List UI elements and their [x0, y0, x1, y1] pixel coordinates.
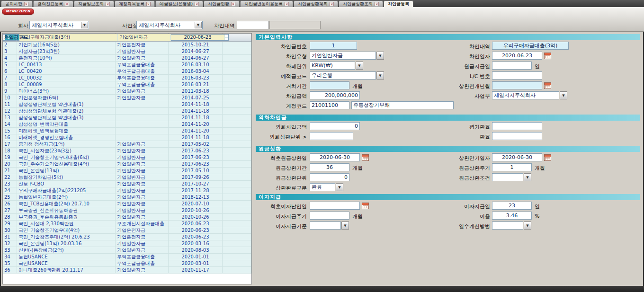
- tab-9[interactable]: 차입금상환조회✕: [339, 0, 383, 7]
- table-row[interactable]: 10기업운영자금(6억)기업일반자금2014-07-25: [3, 95, 251, 101]
- interest-basis-combo[interactable]: [310, 221, 341, 230]
- lc-number-input[interactable]: [492, 71, 542, 80]
- account-name-input[interactable]: 유동성장기부채: [351, 101, 454, 109]
- dropdown-button[interactable]: ▼: [356, 62, 363, 70]
- table-row[interactable]: 21국민_온렌딩(13억)기업일반자금2017-05-10: [3, 168, 251, 174]
- tab-3[interactable]: 자금일보조회✕: [74, 0, 114, 7]
- grace-period-input[interactable]: [310, 81, 349, 89]
- dropdown-button[interactable]: ▼: [560, 91, 567, 99]
- interest-pay-day-input[interactable]: 23: [492, 202, 532, 210]
- exchange-rate-input[interactable]: [492, 132, 542, 140]
- loan-desc-filter-input[interactable]: [237, 21, 269, 29]
- first-principal-date-input[interactable]: 2020-06-30: [310, 153, 360, 161]
- table-row[interactable]: 6LC_00420무역포괄금융대출2016-03-04: [3, 68, 251, 75]
- table-row[interactable]: 16미래에셋_경영인보험대출2014-11-18: [3, 134, 251, 141]
- principal-condition-combo[interactable]: [492, 173, 523, 181]
- division-combo[interactable]: 제일저지주식회사: [492, 91, 559, 99]
- table-row[interactable]: 35국민USANCE무역포괄금융대출2020-03-01: [3, 260, 251, 267]
- calendar-icon[interactable]: [362, 203, 369, 209]
- table-row[interactable]: 7LC_00032무역포괄금융대출2016-03-23: [3, 75, 251, 81]
- currency-combo[interactable]: KRW(₩): [310, 62, 355, 70]
- tab-8[interactable]: 차입금상환계획✕: [294, 0, 338, 7]
- table-row[interactable]: 3시설자금(23억3천)기업일반자금2014-06-27: [3, 48, 251, 55]
- table-row[interactable]: 1우리구매자금대출(3억)기업일반자금2020-06-23: [3, 34, 229, 41]
- table-row[interactable]: 20국민_우수기술기업신용대출(4억)기업일반자금2017-06-23: [3, 161, 251, 168]
- day-calc-combo[interactable]: [492, 221, 523, 230]
- column-header-code[interactable]: 차입금코드: [3, 34, 17, 41]
- dropdown-button[interactable]: ▼: [376, 52, 384, 60]
- table-row[interactable]: 13삼성생명단체보험 약관대출(3)2014-11-18: [3, 115, 251, 121]
- tab-close-icon[interactable]: ✕: [375, 2, 379, 6]
- table-row[interactable]: 9마이너스(3억)기업일반자금2011-03-18: [3, 88, 251, 95]
- table-row[interactable]: 34농협USANCE무역포괄금융대출2020-01-01: [3, 254, 251, 260]
- table-row[interactable]: 27부국증권_선순위유동화증권기업일반자금2020-10-26: [3, 207, 251, 214]
- company-select[interactable]: 제일저지주식회사 ▼: [29, 21, 89, 29]
- fc-amount-input[interactable]: 0: [310, 122, 360, 130]
- loan-desc-input[interactable]: 우리구매자금대출(3억): [492, 42, 569, 50]
- tab-6[interactable]: 차입금현황✕: [204, 0, 240, 7]
- tab-close-icon[interactable]: ✕: [330, 2, 334, 6]
- first-interest-date-input[interactable]: [310, 202, 360, 210]
- menu-open-button[interactable]: MENU OPEN: [2, 9, 34, 15]
- loan-number-input[interactable]: 1: [310, 42, 357, 50]
- account-code-input[interactable]: 21001100: [310, 101, 349, 109]
- tab-7[interactable]: 차입금변동이율등록✕: [240, 0, 293, 7]
- tab-close-icon[interactable]: ✕: [24, 2, 28, 6]
- table-row[interactable]: 17중기청 정책자금(1억)기업일반자금2017-05-02: [3, 141, 251, 148]
- maturity-date-input[interactable]: 2020-06-30: [492, 153, 542, 161]
- principal-cycle-input[interactable]: 1: [492, 163, 532, 171]
- table-row[interactable]: 22농협장기차입금(5억)기업일반자금2017-09-26: [3, 174, 251, 181]
- table-row[interactable]: 31국민_기술창조우대(2억) 20.6.23기업운전자금2020-06-23: [3, 234, 251, 240]
- table-row[interactable]: 8LC_00089무역포괄금융대출2016-03-21: [3, 81, 251, 88]
- principal-unit-input[interactable]: 0: [310, 173, 349, 181]
- table-row[interactable]: 25농협일반자금대출(2억)기업일반자금2018-12-13: [3, 194, 251, 201]
- table-row[interactable]: 2기업기보(16억5천)기업운전자금2015-10-21: [3, 42, 251, 48]
- repay-adv-month-input[interactable]: [492, 81, 542, 89]
- calendar-icon[interactable]: [544, 82, 551, 89]
- calendar-icon[interactable]: [362, 154, 369, 161]
- tab-10[interactable]: 차입금등록: [384, 0, 413, 7]
- chevron-down-icon[interactable]: ▼: [81, 22, 88, 28]
- table-row[interactable]: 14삼성생명_변액약관대출2014-11-20: [3, 121, 251, 128]
- table-row[interactable]: 32국민_온렌딩(13억) 20.03.16기업일반자금2020-03-16: [3, 240, 251, 247]
- table-row[interactable]: 33신한(-)통장예금(2억)기업일반자금2020-08-03: [3, 247, 251, 254]
- interest-rate-input[interactable]: 3.46: [492, 212, 532, 220]
- table-row[interactable]: 4운전자금(10억)기업일반자금2014-06-27: [3, 55, 251, 62]
- table-row[interactable]: 28부국증권_후순위유동화증권기업일반자금2020-10-26: [3, 214, 251, 221]
- table-row[interactable]: 18국민_시설자금(23억3천)기업일반자금2017-06-23: [3, 148, 251, 154]
- dropdown-button[interactable]: ▼: [336, 183, 343, 191]
- chevron-down-icon[interactable]: ▼: [195, 22, 202, 28]
- dropdown-button[interactable]: ▼: [341, 221, 349, 230]
- table-row[interactable]: 5LC_00413무역포괄금융대출2016-03-10: [3, 62, 251, 68]
- eval-rate-input[interactable]: [492, 122, 542, 130]
- principal-pay-day-input[interactable]: [492, 62, 532, 70]
- tab-close-icon[interactable]: ✕: [285, 2, 289, 6]
- tab-close-icon[interactable]: ✕: [65, 2, 69, 6]
- repay-complete-combo[interactable]: 완료: [310, 183, 335, 191]
- table-row[interactable]: 29국민_시설대 2,330백만원구조개선시설자금대출2020-06-23: [3, 221, 251, 227]
- calendar-icon[interactable]: [544, 53, 551, 59]
- dropdown-button[interactable]: ▼: [376, 71, 384, 80]
- tab-5[interactable]: 예금일보(은행별)✕: [155, 0, 203, 7]
- table-row[interactable]: 19국민_기술창조기업우대대출(6억)기업일반자금2017-06-23: [3, 154, 251, 161]
- tab-4[interactable]: 계정과목등록✕: [115, 0, 155, 7]
- site-select[interactable]: 제일저지주식회사 ▼: [136, 21, 203, 29]
- fc-unit-input[interactable]: [310, 132, 353, 140]
- dropdown-button[interactable]: ▼: [524, 173, 531, 181]
- principal-period-input[interactable]: 36: [310, 163, 349, 171]
- table-row[interactable]: 11삼성생명단체보험 약관대출(1)2014-11-18: [3, 101, 251, 108]
- table-row[interactable]: 26국민_TCB신용대출(2억) 20.7.10기업일반자금2020-07-10: [3, 201, 251, 207]
- tab-close-icon[interactable]: ✕: [146, 2, 151, 6]
- dropdown-button[interactable]: ▼: [524, 221, 531, 230]
- loan-type-combo[interactable]: 기업일반자금: [310, 52, 376, 60]
- calendar-icon[interactable]: [544, 154, 551, 161]
- table-row[interactable]: 36하나대출260백만원 20.11.17기업일반자금2020-11-17: [3, 267, 251, 274]
- loan-amount-input[interactable]: 200,000,000: [310, 91, 360, 99]
- tab-close-icon[interactable]: ✕: [231, 2, 235, 6]
- interest-cycle-input[interactable]: [310, 212, 349, 220]
- table-row[interactable]: 30국민_기술창조기업우대(4억)기업운전자금2020-06-23: [3, 227, 251, 234]
- table-row[interactable]: 24우리구매자금대출(2억)221205기업일반자금2017-11-28: [3, 187, 251, 194]
- tab-2[interactable]: 결의전표등록✕: [33, 0, 73, 7]
- table-row[interactable]: 15미래에셋_변액보험대출2014-11-20: [3, 128, 251, 134]
- table-row[interactable]: 23신보 P-CBO기업일반자금2017-10-27: [3, 181, 251, 187]
